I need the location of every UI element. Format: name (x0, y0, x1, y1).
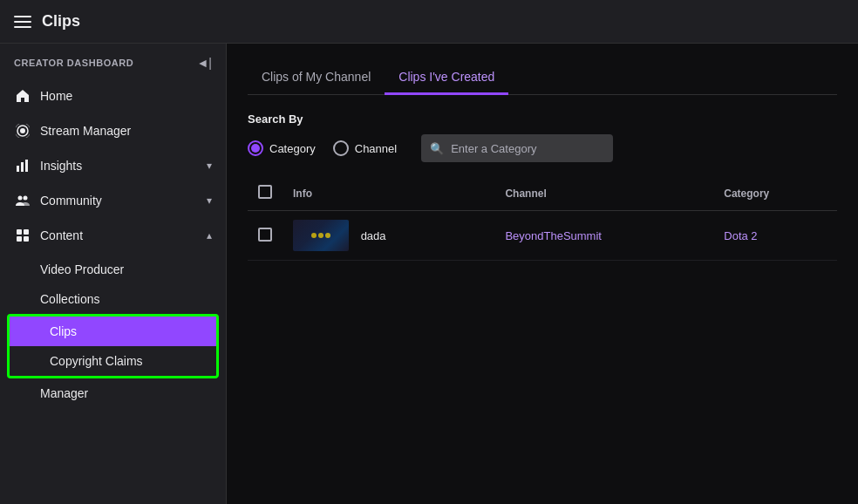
row-category-cell: Dota 2 (713, 211, 837, 261)
sidebar-header: CREATOR DASHBOARD ◄| (0, 44, 226, 78)
sidebar: CREATOR DASHBOARD ◄| Home Stream Manager (0, 44, 227, 504)
sidebar-item-home-label: Home (40, 89, 72, 103)
table-body: dada BeyondTheSummit Dota 2 (248, 211, 837, 261)
svg-rect-10 (17, 236, 22, 242)
sidebar-subitem-copyright-claims-label: Copyright Claims (50, 354, 143, 368)
content-icon (14, 227, 31, 244)
tab-clips-ive-created[interactable]: Clips I've Created (385, 61, 508, 95)
home-icon (14, 87, 31, 105)
radio-option-channel[interactable]: Channel (333, 140, 397, 156)
content-chevron-icon: ▴ (207, 229, 212, 242)
sidebar-header-title: CREATOR DASHBOARD (14, 58, 133, 68)
clip-name: dada (361, 229, 386, 242)
topbar: Clips (0, 0, 858, 44)
sidebar-subitem-collections[interactable]: Collections (0, 284, 226, 314)
search-input-wrapper: 🔍 (421, 134, 613, 162)
stream-manager-icon (14, 122, 31, 140)
th-checkbox (248, 176, 283, 211)
table-row: dada BeyondTheSummit Dota 2 (248, 211, 837, 261)
sidebar-subitem-collections-label: Collections (40, 292, 99, 306)
header-checkbox[interactable] (258, 185, 272, 199)
sidebar-item-content[interactable]: Content ▴ (0, 218, 226, 253)
th-channel: Channel (494, 176, 713, 211)
layout: CREATOR DASHBOARD ◄| Home Stream Manager (0, 44, 858, 504)
svg-point-6 (18, 196, 23, 201)
sidebar-subitem-clips-label: Clips (50, 324, 77, 338)
svg-rect-5 (25, 160, 28, 172)
main-content: Clips of My Channel Clips I've Created S… (227, 44, 858, 504)
sidebar-subitem-clips[interactable]: Clips (10, 317, 216, 346)
clip-thumbnail (293, 220, 349, 251)
row-checkbox[interactable] (258, 228, 272, 242)
search-section: Search By Category Channel 🔍 (248, 112, 837, 162)
sidebar-subitem-video-producer-label: Video Producer (40, 262, 124, 276)
clip-thumbnail-inner (293, 220, 349, 251)
row-channel-cell: BeyondTheSummit (494, 211, 713, 261)
clip-channel-link[interactable]: BeyondTheSummit (505, 229, 602, 242)
search-icon: 🔍 (430, 142, 444, 155)
sidebar-collapse-icon[interactable]: ◄| (197, 56, 213, 70)
row-info-cell: dada (283, 211, 494, 261)
svg-rect-8 (17, 229, 22, 235)
radio-option-category[interactable]: Category (248, 140, 316, 156)
search-options: Category Channel 🔍 (248, 134, 837, 162)
highlight-box: Clips Copyright Claims (7, 314, 219, 378)
svg-rect-9 (24, 229, 29, 235)
svg-rect-3 (17, 166, 19, 172)
sidebar-subitem-manager-label: Manager (40, 386, 88, 400)
sidebar-item-content-label: Content (40, 228, 83, 242)
sidebar-item-community-label: Community (40, 194, 102, 208)
sidebar-item-stream-manager[interactable]: Stream Manager (0, 113, 226, 148)
th-category: Category (713, 176, 837, 211)
search-by-label: Search By (248, 112, 837, 126)
tab-clips-of-my-channel[interactable]: Clips of My Channel (248, 61, 385, 95)
th-info: Info (283, 176, 494, 211)
table-header: Info Channel Category (248, 176, 837, 211)
clip-category-link[interactable]: Dota 2 (724, 229, 757, 242)
sidebar-item-community[interactable]: Community ▾ (0, 183, 226, 218)
sidebar-subitem-video-producer[interactable]: Video Producer (0, 255, 226, 284)
sidebar-subitem-manager[interactable]: Manager (0, 378, 226, 408)
sidebar-item-insights-label: Insights (40, 159, 82, 173)
sidebar-item-insights[interactable]: Insights ▾ (0, 148, 226, 183)
insights-icon (14, 157, 31, 174)
clips-table: Info Channel Category (248, 176, 837, 261)
svg-point-0 (20, 128, 25, 133)
sidebar-item-home[interactable]: Home (0, 78, 226, 113)
svg-rect-11 (24, 236, 29, 242)
radio-channel-label: Channel (355, 142, 397, 155)
svg-rect-4 (21, 162, 24, 172)
community-icon (14, 192, 31, 209)
radio-channel-outer (333, 140, 349, 156)
insights-chevron-icon: ▾ (207, 160, 212, 172)
sidebar-item-stream-manager-label: Stream Manager (40, 124, 131, 138)
clip-thumbnail-dots (311, 233, 330, 238)
topbar-title: Clips (42, 12, 80, 31)
svg-point-7 (24, 196, 28, 201)
radio-category-label: Category (269, 142, 316, 155)
menu-icon[interactable] (14, 13, 31, 31)
tabs: Clips of My Channel Clips I've Created (248, 61, 837, 95)
community-chevron-icon: ▾ (207, 194, 212, 207)
category-search-input[interactable] (451, 142, 604, 155)
radio-category-inner (251, 144, 260, 153)
row-checkbox-cell (248, 211, 283, 261)
radio-category-outer (248, 140, 263, 156)
sidebar-subitem-copyright-claims[interactable]: Copyright Claims (10, 346, 216, 376)
